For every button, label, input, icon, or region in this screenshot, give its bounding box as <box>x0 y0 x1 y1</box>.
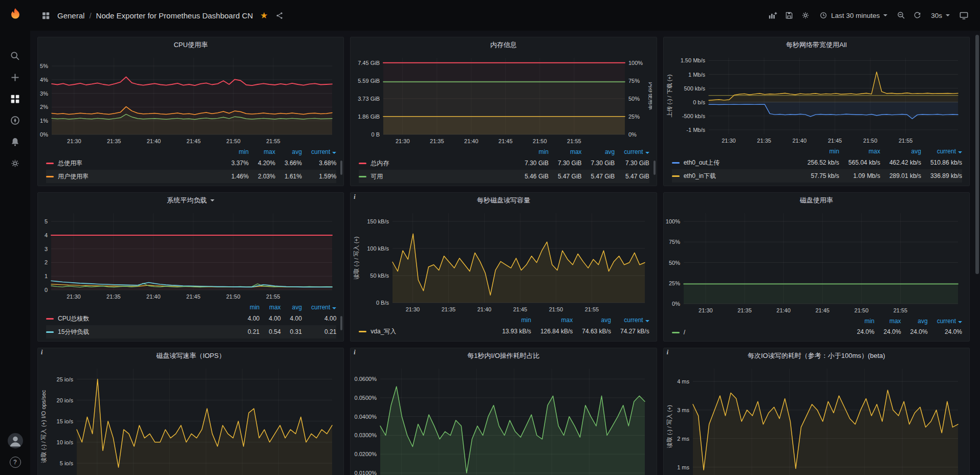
help-icon[interactable]: ? <box>10 457 21 468</box>
panel-header[interactable]: 磁盘读写速率（IOPS） <box>38 348 343 364</box>
legend-series-toggle[interactable]: 总使用率 <box>46 159 82 168</box>
dashboard-grid-icon[interactable] <box>39 9 52 22</box>
panel-info-icon[interactable]: i <box>354 193 355 201</box>
add-panel-icon[interactable] <box>766 9 779 22</box>
chart-network-bandwidth[interactable]: 21:3021:3521:4021:4521:5021:551.50 Mb/s1… <box>666 54 965 145</box>
legend-col-avg[interactable]: avg <box>901 316 928 326</box>
legend-series-toggle[interactable]: 15分钟负载 <box>46 328 89 336</box>
legend-col-avg[interactable]: avg <box>880 146 921 156</box>
alerting-bell-icon[interactable] <box>5 131 26 152</box>
panel-header[interactable]: 每1秒内I/O操作耗时占比 <box>351 348 656 364</box>
legend-col-max[interactable]: max <box>531 315 573 325</box>
panel-header[interactable]: 内存信息 <box>351 37 656 53</box>
explore-compass-icon[interactable] <box>5 110 26 130</box>
chart-io-busy-ratio[interactable]: 21:3021:3521:4021:4521:5021:550.0100%0.0… <box>353 365 652 475</box>
panel-header[interactable]: 每秒磁盘读写容量 <box>351 193 656 208</box>
legend-col-current[interactable]: current <box>302 302 336 312</box>
user-avatar[interactable] <box>8 433 23 448</box>
tv-mode-icon[interactable] <box>957 9 971 22</box>
chart-cpu-usage[interactable]: 21:3021:3521:4021:4521:5021:550%1%2%3%4%… <box>40 54 339 146</box>
chart-disk-rw-capacity[interactable]: 21:3021:3521:4021:4521:5021:550 B/s50 kB… <box>353 209 652 314</box>
save-dashboard-icon[interactable] <box>782 9 796 22</box>
x-tick-label: 21:55 <box>266 293 280 300</box>
chart-system-load[interactable]: 21:3021:3521:4021:4521:5021:55012345 <box>40 209 339 301</box>
refresh-icon[interactable] <box>911 9 924 22</box>
panel-legend: minmaxavgcurrent总内存7.30 GiB7.30 GiB7.30 … <box>351 147 656 186</box>
dashboards-icon[interactable] <box>5 88 26 109</box>
panel-info-icon[interactable]: i <box>354 349 355 356</box>
y-tick-label: 5 io/s <box>60 460 74 466</box>
legend-value: 24.0% <box>875 326 901 338</box>
legend-series-name: 总使用率 <box>58 159 82 168</box>
legend-col-avg[interactable]: avg <box>275 147 302 156</box>
chart-memory-info[interactable]: 21:3021:3521:4021:4521:5021:550 B1.86 Gi… <box>353 54 652 146</box>
legend-series-toggle[interactable]: eth0_out上传 <box>672 159 720 167</box>
legend-col-max[interactable]: max <box>249 147 275 156</box>
panel-header[interactable]: 每次IO读写的耗时（参考：小于100ms）(beta) <box>664 348 969 364</box>
legend-col-max[interactable]: max <box>875 316 901 326</box>
page-scrollbar[interactable] <box>974 31 980 475</box>
create-add-icon[interactable] <box>5 67 26 87</box>
legend-series-toggle[interactable]: CPU总核数 <box>46 314 89 323</box>
panel-header[interactable]: 系统平均负载 <box>38 193 343 208</box>
configuration-gear-icon[interactable] <box>5 153 26 173</box>
chart-disk-usage[interactable]: 21:3021:3521:4021:4521:5021:550%25%50%75… <box>666 209 965 315</box>
legend-col-min[interactable]: min <box>515 147 549 156</box>
legend-col-min[interactable]: min <box>222 147 249 156</box>
chart-disk-iops[interactable]: 21:3021:3521:4021:4521:5021:550 io/s5 io… <box>40 365 339 475</box>
legend-col-current[interactable]: current <box>302 147 336 156</box>
dashboard-settings-gear-icon[interactable] <box>799 9 812 22</box>
favorite-star-icon[interactable]: ★ <box>260 11 268 20</box>
legend-col-min[interactable]: min <box>848 316 875 326</box>
legend-value: 0.54 <box>259 325 280 338</box>
legend-col-max[interactable]: max <box>839 146 880 156</box>
legend-series-toggle[interactable]: 总内存 <box>359 159 389 168</box>
legend-series-toggle[interactable]: / <box>672 329 685 336</box>
legend-col-current[interactable]: current <box>921 146 962 156</box>
legend-col-min[interactable]: min <box>238 302 259 312</box>
y-tick-label: -500 kb/s <box>682 113 705 119</box>
panel-info-icon[interactable]: i <box>41 349 42 356</box>
y-tick-label: 0.0400% <box>355 414 377 420</box>
x-tick-label: 21:55 <box>266 138 280 144</box>
panel-info-icon[interactable]: i <box>667 349 668 356</box>
legend-col-avg[interactable]: avg <box>281 302 302 312</box>
zoom-out-icon[interactable] <box>895 9 908 22</box>
scrollbar-thumb[interactable] <box>975 35 979 274</box>
legend-series-toggle[interactable]: vda_写入 <box>359 327 396 336</box>
legend-col-label: current <box>937 318 956 325</box>
legend-col-avg[interactable]: avg <box>582 147 615 156</box>
panel-header[interactable]: 磁盘使用率 <box>664 193 969 208</box>
legend-col-current[interactable]: current <box>611 315 649 325</box>
legend-col-max[interactable]: max <box>549 147 582 156</box>
dashboard-title[interactable]: Node Exporter for Prometheus Dashboard C… <box>96 11 253 20</box>
y-tick-label: 100 kB/s <box>367 245 389 252</box>
x-tick-label: 21:50 <box>226 293 241 300</box>
legend-col-min[interactable]: min <box>493 315 531 325</box>
chart-svg-disk-rw-capacity: 21:3021:3521:4021:4521:5021:550 B/s50 kB… <box>353 209 652 314</box>
panel-header[interactable]: CPU使用率 <box>38 37 343 53</box>
breadcrumb-folder[interactable]: General <box>57 11 84 20</box>
legend-series-toggle[interactable]: eth0_in下载 <box>672 172 716 180</box>
share-icon[interactable] <box>273 9 286 22</box>
legend-col-current[interactable]: current <box>615 147 649 156</box>
legend-col-current[interactable]: current <box>928 316 962 326</box>
legend-col-max[interactable]: max <box>259 302 280 312</box>
legend-col-min[interactable]: min <box>798 146 839 156</box>
grafana-logo-icon[interactable] <box>8 7 23 22</box>
legend-col-avg[interactable]: avg <box>573 315 611 325</box>
chart-io-latency[interactable]: 21:3021:3521:4021:4521:5021:551 ms2 ms3 … <box>666 365 965 475</box>
legend-series-toggle[interactable]: 可用 <box>359 172 383 181</box>
series-color-dash <box>46 176 54 177</box>
legend-value: 4.20% <box>249 156 275 170</box>
panel-header[interactable]: 每秒网络带宽使用All <box>664 37 969 53</box>
legend-series-cell: 总内存 <box>359 156 515 170</box>
x-tick-label: 21:30 <box>406 306 420 312</box>
y-tick-label: 5 <box>45 218 48 224</box>
y-tick-label: 50% <box>669 260 680 266</box>
y-tick-label: 0.0100% <box>355 470 377 475</box>
time-range-picker[interactable]: Last 30 minutes <box>815 8 891 22</box>
search-icon[interactable] <box>5 46 26 66</box>
legend-series-toggle[interactable]: 用户使用率 <box>46 172 89 181</box>
refresh-interval-picker[interactable]: 30s <box>927 9 954 22</box>
